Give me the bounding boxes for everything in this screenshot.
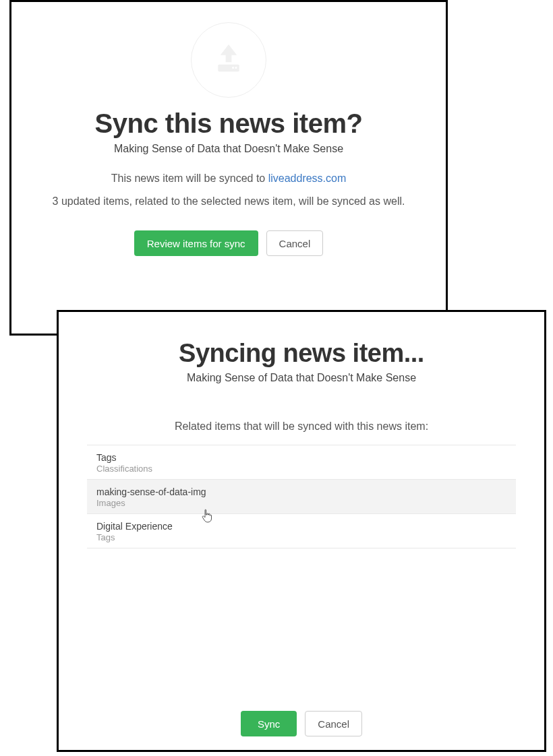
- syncing-button-row: Sync Cancel: [59, 700, 544, 750]
- sync-destination-prefix: This news item will be synced to: [111, 172, 268, 184]
- list-item[interactable]: Tags Classifications: [87, 445, 516, 480]
- dialog-button-row: Review items for sync Cancel: [11, 230, 446, 256]
- related-items-list: Tags Classifications making-sense-of-dat…: [87, 445, 516, 548]
- dialog-title: Sync this news item?: [11, 108, 446, 139]
- list-item-sub: Images: [96, 498, 506, 508]
- sync-confirm-dialog: Sync this news item? Making Sense of Dat…: [9, 0, 448, 336]
- upload-icon: [210, 40, 248, 80]
- extra-info-line: 3 updated items, related to the selected…: [11, 195, 446, 208]
- list-item[interactable]: making-sense-of-data-img Images: [87, 480, 516, 514]
- svg-rect-1: [232, 67, 234, 69]
- list-item-title: Digital Experience: [96, 521, 506, 532]
- list-item-sub: Classifications: [96, 464, 506, 474]
- list-item-title: Tags: [96, 452, 506, 463]
- svg-rect-2: [235, 67, 237, 69]
- list-item[interactable]: Digital Experience Tags: [87, 514, 516, 548]
- sync-button[interactable]: Sync: [241, 711, 297, 736]
- cursor-pointer-icon: [200, 508, 214, 527]
- syncing-dialog: Syncing news item... Making Sense of Dat…: [57, 310, 546, 752]
- list-item-sub: Tags: [96, 532, 506, 542]
- related-heading: Related items that will be synced with t…: [59, 420, 544, 433]
- syncing-title: Syncing news item...: [59, 339, 544, 368]
- cancel-button[interactable]: Cancel: [266, 230, 324, 256]
- sync-destination-line: This news item will be synced to liveadd…: [11, 172, 446, 185]
- syncing-subtitle: Making Sense of Data that Doesn't Make S…: [59, 372, 544, 384]
- dialog-subtitle: Making Sense of Data that Doesn't Make S…: [11, 143, 446, 155]
- sync-destination-link[interactable]: liveaddress.com: [268, 172, 347, 184]
- list-item-title: making-sense-of-data-img: [96, 486, 506, 497]
- review-items-button[interactable]: Review items for sync: [134, 230, 258, 256]
- cancel-button[interactable]: Cancel: [305, 711, 362, 736]
- upload-icon-circle: [191, 22, 266, 98]
